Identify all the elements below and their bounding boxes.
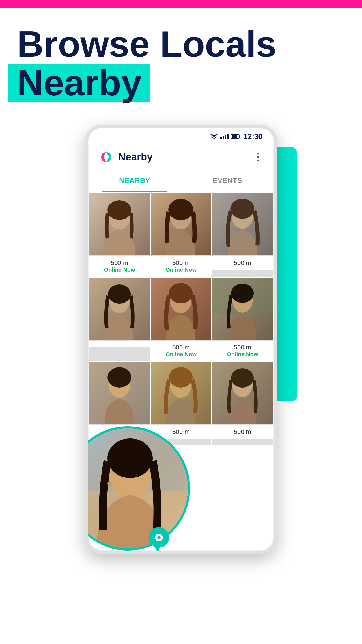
distance-9: 500 m (215, 428, 270, 436)
tab-events[interactable]: EVENTS (181, 169, 274, 192)
profile-card[interactable]: 500 m (151, 362, 211, 445)
tab-nearby[interactable]: NEARBY (88, 169, 181, 192)
top-bar (0, 0, 362, 8)
signal-icon (220, 134, 229, 139)
app-logo-area: Nearby (98, 149, 153, 165)
profile-photo-5 (151, 278, 211, 340)
online-status-1: Online Now (92, 267, 147, 273)
online-status-6: Online Now (215, 351, 270, 358)
profile-photo-9 (212, 362, 273, 424)
large-profile-photo (85, 428, 190, 551)
phone-section: 12:30 Nearby ⋮ N (0, 113, 362, 565)
status-bar: 12:30 (88, 128, 274, 145)
distance-5: 500 m (153, 344, 209, 351)
svg-point-13 (108, 284, 131, 304)
profile-photo-4 (89, 278, 150, 340)
app-header: Nearby ⋮ (88, 145, 274, 169)
hero-line2: Nearby (17, 64, 150, 102)
phone-outer: 12:30 Nearby ⋮ N (74, 125, 288, 565)
wifi-icon (210, 133, 218, 140)
profile-card[interactable]: 500 m Online Now (151, 193, 211, 277)
svg-point-30 (231, 368, 254, 388)
profile-photo-8 (151, 362, 211, 424)
tabs-container: NEARBY EVENTS (88, 169, 274, 192)
svg-point-39 (157, 536, 161, 539)
battery-icon (231, 134, 239, 139)
svg-point-24 (107, 367, 131, 388)
app-logo-icon (98, 149, 114, 165)
profile-card[interactable]: 500 m (212, 193, 273, 277)
distance-1: 500 m (92, 259, 147, 267)
online-status-2: Online Now (153, 267, 209, 273)
svg-point-35 (107, 438, 153, 478)
profile-info-3: 500 m (212, 256, 273, 270)
profile-photo-6 (212, 278, 273, 340)
profile-photo-7 (89, 362, 150, 424)
profile-info-2: 500 m Online Now (151, 256, 211, 277)
location-pin (148, 527, 170, 554)
profile-info-4 (89, 341, 150, 347)
svg-point-36 (107, 481, 112, 486)
profile-card[interactable] (89, 278, 150, 361)
svg-point-0 (213, 138, 215, 140)
profile-info-1: 500 m Online Now (89, 256, 150, 277)
distance-2: 500 m (153, 259, 209, 267)
profile-grid: 500 m Online Now (88, 192, 274, 447)
distance-8: 500 m (153, 428, 209, 436)
profile-info-6: 500 m Online Now (212, 341, 273, 361)
distance-3: 500 m (215, 259, 270, 267)
svg-point-6 (168, 199, 193, 220)
svg-point-20 (231, 284, 254, 303)
hero-highlight: Nearby (8, 64, 150, 102)
location-pin-icon (148, 527, 170, 554)
more-menu-icon[interactable]: ⋮ (253, 151, 264, 163)
profile-info-5: 500 m Online Now (151, 341, 211, 361)
profile-card[interactable]: 500 m Online Now (151, 278, 211, 361)
hero-title: Browse Locals Nearby (17, 25, 345, 102)
time-display: 12:30 (244, 132, 263, 141)
distance-6: 500 m (215, 344, 270, 351)
hero-line1: Browse Locals (17, 25, 345, 64)
phone-frame: 12:30 Nearby ⋮ N (85, 125, 277, 554)
profile-info-9: 500 m (212, 425, 273, 439)
online-status-5: Online Now (153, 351, 209, 358)
app-name-label: Nearby (118, 151, 153, 163)
svg-point-16 (169, 283, 193, 303)
profile-photo-3 (212, 193, 273, 255)
cyan-accent-bar (274, 147, 297, 401)
profile-card[interactable]: 500 m Online Now (212, 278, 273, 361)
profile-card[interactable]: 500 m Online Now (89, 193, 150, 277)
hero-section: Browse Locals Nearby (0, 8, 362, 113)
profile-photo-2 (151, 193, 211, 255)
profile-card[interactable]: 500 m (212, 362, 273, 445)
svg-point-27 (169, 367, 193, 388)
svg-point-10 (230, 199, 254, 219)
svg-point-3 (107, 200, 131, 220)
profile-photo-1 (89, 193, 150, 255)
status-icons (210, 133, 239, 140)
